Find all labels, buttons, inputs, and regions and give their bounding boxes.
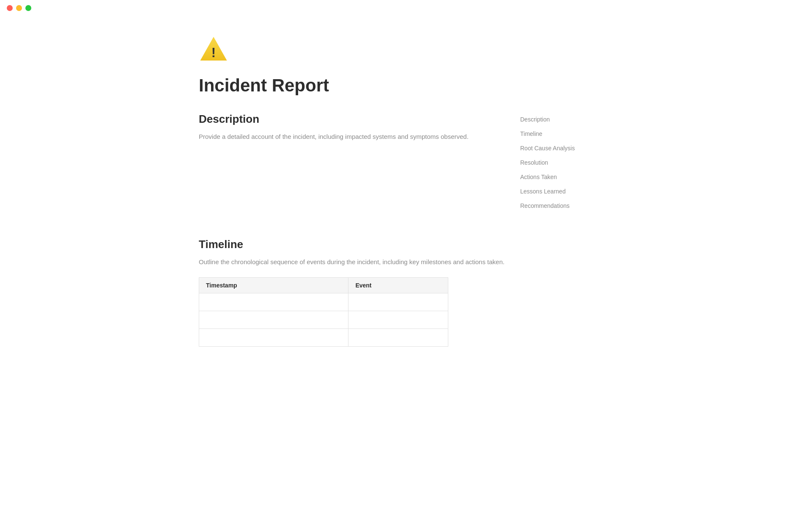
timestamp-column-header: Timestamp (199, 278, 348, 293)
timeline-section: Timeline Outline the chronological seque… (199, 238, 613, 347)
timestamp-cell (199, 311, 348, 329)
nav-link-recommendations[interactable]: Recommendations (520, 202, 613, 209)
nav-link-description[interactable]: Description (520, 116, 613, 123)
warning-icon: ! (199, 34, 228, 64)
close-button[interactable] (7, 5, 13, 11)
event-cell (348, 329, 448, 347)
timeline-body: Outline the chronological sequence of ev… (199, 257, 613, 267)
timeline-heading: Timeline (199, 238, 613, 251)
nav-link-resolution[interactable]: Resolution (520, 159, 613, 166)
titlebar (0, 0, 812, 16)
page-title: Incident Report (199, 75, 613, 96)
main-content: ! Incident Report Description Provide a … (173, 0, 639, 372)
timestamp-cell (199, 293, 348, 311)
nav-link-actions-taken[interactable]: Actions Taken (520, 174, 613, 180)
maximize-button[interactable] (25, 5, 31, 11)
table-row (199, 311, 448, 329)
table-row (199, 293, 448, 311)
event-cell (348, 293, 448, 311)
timeline-table: Timestamp Event (199, 277, 448, 347)
description-body: Provide a detailed account of the incide… (199, 132, 486, 142)
table-row (199, 329, 448, 347)
warning-icon-wrapper: ! (199, 34, 613, 65)
timestamp-cell (199, 329, 348, 347)
nav-link-lessons-learned[interactable]: Lessons Learned (520, 188, 613, 195)
left-content: Description Provide a detailed account o… (199, 113, 486, 152)
svg-text:!: ! (211, 45, 216, 60)
event-column-header: Event (348, 278, 448, 293)
description-heading: Description (199, 113, 486, 126)
event-cell (348, 311, 448, 329)
table-header-row: Timestamp Event (199, 278, 448, 293)
content-layout: Description Provide a detailed account o… (199, 113, 613, 217)
minimize-button[interactable] (16, 5, 22, 11)
nav-link-root-cause-analysis[interactable]: Root Cause Analysis (520, 145, 613, 152)
right-nav: Description Timeline Root Cause Analysis… (520, 113, 613, 217)
nav-link-timeline[interactable]: Timeline (520, 130, 613, 137)
